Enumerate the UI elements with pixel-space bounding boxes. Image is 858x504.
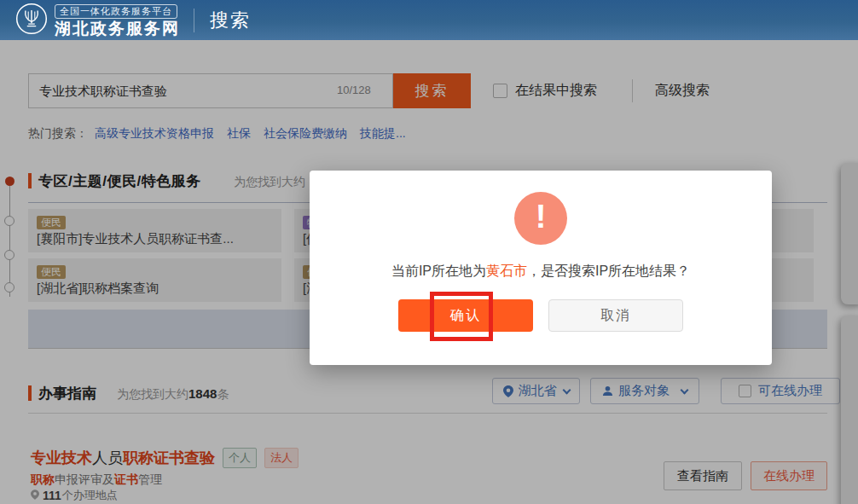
dialog-buttons: 确认 取消 <box>310 299 772 332</box>
emblem-icon <box>15 3 48 38</box>
ip-city-highlight: 黄石市 <box>486 264 527 278</box>
national-platform-badge: 全国一体化政务服务平台 <box>55 4 177 19</box>
site-name: 湖北政务服务网 <box>55 20 180 38</box>
dialog-message: 当前IP所在地为黄石市，是否搜索IP所在地结果？ <box>310 263 772 281</box>
warning-icon: ! <box>514 192 567 245</box>
page: 全国一体化政务服务平台 湖北政务服务网 搜索 专业技术职称证书查验 10/128… <box>0 0 858 504</box>
cancel-button[interactable]: 取消 <box>548 299 683 332</box>
header-divider <box>194 9 194 32</box>
site-logo[interactable]: 全国一体化政务服务平台 湖北政务服务网 <box>15 3 180 38</box>
ip-location-dialog: ! 当前IP所在地为黄石市，是否搜索IP所在地结果？ 确认 取消 <box>310 171 772 365</box>
message-prefix: 当前IP所在地为 <box>391 264 486 278</box>
annotation-highlight-box <box>430 292 493 341</box>
message-suffix: ，是否搜索IP所在地结果？ <box>527 264 690 278</box>
header: 全国一体化政务服务平台 湖北政务服务网 搜索 <box>0 0 858 40</box>
page-title: 搜索 <box>210 8 251 33</box>
